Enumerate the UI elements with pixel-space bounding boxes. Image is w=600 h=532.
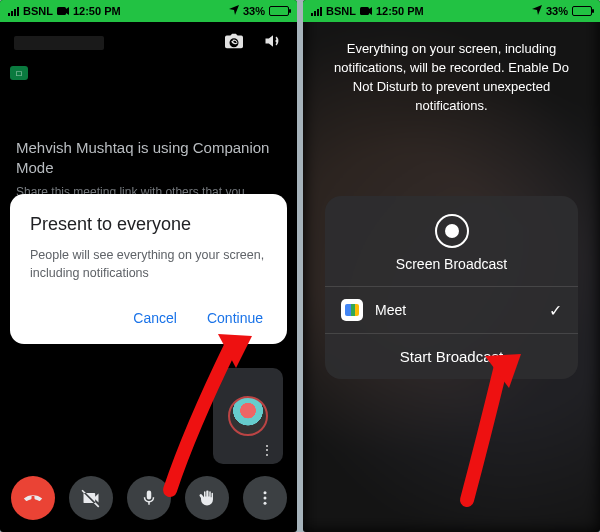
- continue-button[interactable]: Continue: [203, 304, 267, 332]
- carrier-label: BSNL: [326, 5, 356, 17]
- broadcast-warning: Everything on your screen, including not…: [303, 22, 600, 115]
- record-icon[interactable]: [435, 214, 469, 248]
- status-bar: BSNL 12:50 PM 33%: [303, 0, 600, 22]
- signal-icon: [8, 7, 19, 16]
- svg-rect-0: [57, 7, 66, 15]
- dialog-title: Present to everyone: [30, 214, 267, 235]
- svg-point-3: [263, 502, 266, 505]
- camera-indicator-icon: [360, 5, 372, 17]
- location-icon: [229, 5, 239, 17]
- dialog-body: People will see everything on your scree…: [30, 247, 267, 282]
- svg-point-2: [263, 497, 266, 500]
- tile-more-icon[interactable]: ⋮: [260, 442, 275, 458]
- checkmark-icon: ✓: [549, 301, 562, 320]
- time-label: 12:50 PM: [376, 5, 424, 17]
- switch-camera-icon[interactable]: [223, 32, 245, 54]
- cancel-button[interactable]: Cancel: [129, 304, 181, 332]
- battery-icon: [269, 6, 289, 16]
- time-label: 12:50 PM: [73, 5, 121, 17]
- battery-icon: [572, 6, 592, 16]
- end-call-button[interactable]: [11, 476, 55, 520]
- phone-left: BSNL 12:50 PM 33% □ Mehvish Mushtaq is: [0, 0, 297, 532]
- companion-mode-text: Mehvish Mushtaq is using Companion Mode: [16, 138, 276, 177]
- start-broadcast-button[interactable]: Start Broadcast: [325, 333, 578, 379]
- mic-toggle-button[interactable]: [127, 476, 171, 520]
- svg-rect-4: [360, 7, 369, 15]
- battery-pct: 33%: [243, 5, 265, 17]
- raise-hand-button[interactable]: [185, 476, 229, 520]
- participant-tile[interactable]: ⋮: [213, 368, 283, 464]
- svg-point-1: [263, 491, 266, 494]
- broadcast-panel: Screen Broadcast Meet ✓ Start Broadcast: [325, 196, 578, 379]
- meet-top-bar: [0, 22, 297, 62]
- start-broadcast-label: Start Broadcast: [400, 348, 503, 365]
- meet-app-icon: [341, 299, 363, 321]
- status-bar: BSNL 12:50 PM 33%: [0, 0, 297, 22]
- meeting-id-redacted: [14, 36, 104, 50]
- broadcast-app-row[interactable]: Meet ✓: [325, 286, 578, 333]
- app-name-label: Meet: [375, 302, 406, 318]
- meeting-info: Mehvish Mushtaq is using Companion Mode …: [16, 138, 276, 199]
- more-options-button[interactable]: [243, 476, 287, 520]
- camera-toggle-button[interactable]: [69, 476, 113, 520]
- panel-title: Screen Broadcast: [325, 256, 578, 272]
- camera-indicator-icon: [57, 5, 69, 17]
- battery-pct: 33%: [546, 5, 568, 17]
- carrier-label: BSNL: [23, 5, 53, 17]
- present-dialog: Present to everyone People will see ever…: [10, 194, 287, 344]
- call-controls: [0, 476, 297, 520]
- speaker-icon[interactable]: [263, 32, 283, 54]
- avatar: [228, 396, 268, 436]
- phone-right: BSNL 12:50 PM 33% Everything on your scr…: [303, 0, 600, 532]
- signal-icon: [311, 7, 322, 16]
- location-icon: [532, 5, 542, 17]
- presenting-badge-icon: □: [10, 66, 28, 80]
